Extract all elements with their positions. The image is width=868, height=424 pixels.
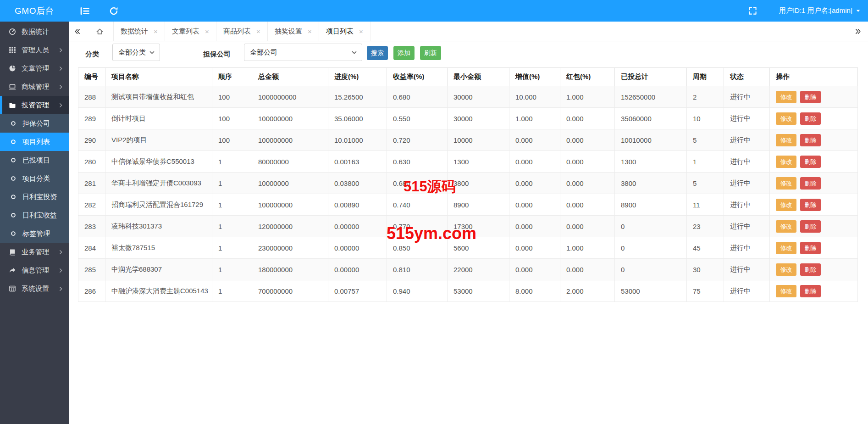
table-cell: 100000000 <box>252 129 328 151</box>
table-cell: 1 <box>212 151 252 173</box>
table-cell: 0.000 <box>560 129 615 151</box>
edit-button[interactable]: 修改 <box>776 134 796 146</box>
table-cell: 120000000 <box>252 216 328 237</box>
sidebar-item-13[interactable]: 信息管理 <box>0 261 69 279</box>
table-cell: 8.000 <box>509 280 560 302</box>
tab-bar: 数据统计 × 文章列表 × 商品列表 × 抽奖设置 × 项目列表 × <box>69 22 868 41</box>
delete-button[interactable]: 删除 <box>800 220 821 233</box>
add-button[interactable]: 添加 <box>393 46 415 60</box>
delete-button[interactable]: 删除 <box>800 91 821 103</box>
table-cell: 进行中 <box>724 216 770 237</box>
tab-0[interactable]: 数据统计 × <box>114 22 165 41</box>
tab-1[interactable]: 文章列表 × <box>165 22 216 41</box>
search-button[interactable]: 搜索 <box>367 46 388 60</box>
delete-button[interactable]: 删除 <box>800 112 821 125</box>
edit-button[interactable]: 修改 <box>776 112 796 125</box>
sidebar-item-6[interactable]: 项目列表 <box>0 133 69 151</box>
close-icon[interactable]: × <box>205 28 209 35</box>
close-icon[interactable]: × <box>359 28 363 35</box>
table-cell: 0.000 <box>509 151 560 173</box>
edit-button[interactable]: 修改 <box>776 156 796 168</box>
table-cell: 0.00163 <box>328 151 387 173</box>
app-logo: GMO后台 <box>0 0 69 22</box>
tabs-scroll-left-button[interactable] <box>69 22 86 41</box>
edit-button[interactable]: 修改 <box>776 220 796 233</box>
refresh-button[interactable]: 刷新 <box>420 46 441 60</box>
tab-3[interactable]: 抽奖设置 × <box>268 22 319 41</box>
edit-button[interactable]: 修改 <box>776 177 796 190</box>
delete-button[interactable]: 删除 <box>800 242 821 254</box>
sidebar-item-1[interactable]: 管理人员 <box>0 41 69 59</box>
circle-icon <box>10 139 17 145</box>
table-cell: 中润光学688307 <box>105 259 212 280</box>
table-cell: 289 <box>78 108 105 129</box>
sidebar-item-7[interactable]: 已投项目 <box>0 151 69 169</box>
edit-button[interactable]: 修改 <box>776 242 796 254</box>
sidebar-item-14[interactable]: 系统设置 <box>0 279 69 298</box>
edit-button[interactable]: 修改 <box>776 91 796 103</box>
chevrons-left-icon <box>74 28 81 35</box>
sidebar-item-0[interactable]: 数据统计 <box>0 22 69 41</box>
close-icon[interactable]: × <box>256 28 260 35</box>
delete-button[interactable]: 删除 <box>800 177 821 190</box>
close-icon[interactable]: × <box>308 28 312 35</box>
user-menu[interactable]: 用户ID:1 用户名:[admin] <box>779 6 861 15</box>
table-row: 285中润光学68830711800000000.000000.81022000… <box>78 259 858 280</box>
tabs-scroll-right-button[interactable] <box>848 22 868 41</box>
row-actions: 修改删除 <box>770 237 858 259</box>
table-cell: 1300 <box>615 151 687 173</box>
table-cell: 0.000 <box>560 259 615 280</box>
table-cell: 裕太微787515 <box>105 237 212 259</box>
edit-button[interactable]: 修改 <box>776 199 796 211</box>
sidebar-item-4[interactable]: 投资管理 <box>0 96 69 114</box>
table-cell: 3800 <box>448 173 509 194</box>
refresh-icon[interactable] <box>109 6 118 16</box>
company-select[interactable]: 全部公司 <box>244 44 362 61</box>
table-cell: 0.000 <box>509 259 560 280</box>
table-cell: 10.01000 <box>328 129 387 151</box>
tab-2[interactable]: 商品列表 × <box>216 22 268 41</box>
sidebar-item-5[interactable]: 担保公司 <box>0 114 69 133</box>
delete-button[interactable]: 删除 <box>800 156 821 168</box>
table-cell: 倒计时项目 <box>105 108 212 129</box>
edit-button[interactable]: 修改 <box>776 263 796 276</box>
topbar-right: 用户ID:1 用户名:[admin] <box>748 0 861 22</box>
fullscreen-icon[interactable] <box>748 6 757 15</box>
edit-button[interactable]: 修改 <box>776 285 796 297</box>
sidebar-item-10[interactable]: 日利宝收益 <box>0 206 69 224</box>
chevron-down-icon <box>351 50 357 56</box>
table-cell: 0 <box>615 237 687 259</box>
table-cell: 0.00000 <box>328 216 387 237</box>
category-select-value: 全部分类 <box>118 48 146 57</box>
company-select-value: 全部公司 <box>250 48 277 57</box>
column-header: 最小金额 <box>448 68 509 86</box>
table-cell: 284 <box>78 237 105 259</box>
table-cell: 0.03800 <box>328 173 387 194</box>
table-cell: 进行中 <box>724 280 770 302</box>
sidebar-item-12[interactable]: 业务管理 <box>0 243 69 261</box>
table-cell: 1 <box>687 151 724 173</box>
sidebar-item-11[interactable]: 标签管理 <box>0 224 69 243</box>
delete-button[interactable]: 删除 <box>800 134 821 146</box>
table-cell: 5 <box>687 173 724 194</box>
table-cell: 1 <box>212 280 252 302</box>
sidebar-item-8[interactable]: 项目分类 <box>0 169 69 188</box>
menu-toggle-icon[interactable] <box>80 6 90 16</box>
close-icon[interactable]: × <box>154 28 158 35</box>
table-cell: 152650000 <box>615 86 687 108</box>
delete-button[interactable]: 删除 <box>800 285 821 297</box>
delete-button[interactable]: 删除 <box>800 263 821 276</box>
table-cell: 100 <box>212 108 252 129</box>
main-area: 数据统计 × 文章列表 × 商品列表 × 抽奖设置 × 项目列表 × 分类 全部… <box>69 22 868 424</box>
tab-4[interactable]: 项目列表 × <box>319 22 370 41</box>
sidebar-item-9[interactable]: 日利宝投资 <box>0 188 69 206</box>
sidebar-item-2[interactable]: 文章管理 <box>0 59 69 78</box>
category-select[interactable]: 全部分类 <box>112 44 160 61</box>
row-actions: 修改删除 <box>770 86 858 108</box>
sidebar-item-3[interactable]: 商城管理 <box>0 78 69 96</box>
delete-button[interactable]: 删除 <box>800 199 821 211</box>
caret-down-icon <box>856 8 861 13</box>
tab-home[interactable] <box>86 22 114 41</box>
table-cell: 280 <box>78 151 105 173</box>
circle-icon <box>10 194 17 200</box>
